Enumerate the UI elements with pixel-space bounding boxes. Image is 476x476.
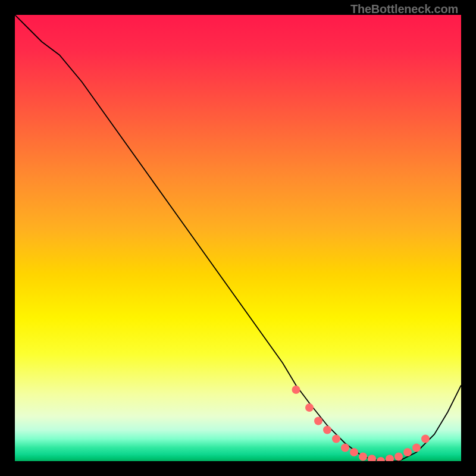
marker-layer xyxy=(292,386,430,461)
marker-dot xyxy=(377,457,385,461)
marker-dot xyxy=(403,448,412,456)
marker-dot xyxy=(350,448,358,456)
marker-dot xyxy=(368,455,376,461)
chart-frame: TheBottleneck.com xyxy=(0,0,476,476)
watermark-text: TheBottleneck.com xyxy=(350,2,458,16)
bottleneck-curve xyxy=(15,15,461,461)
marker-dot xyxy=(421,435,430,443)
marker-dot xyxy=(341,444,349,452)
marker-dot xyxy=(359,453,367,461)
marker-dot xyxy=(305,403,314,412)
marker-dot xyxy=(314,417,322,425)
marker-dot xyxy=(323,426,331,434)
marker-dot xyxy=(332,435,340,443)
curve-layer xyxy=(15,15,461,461)
marker-dot xyxy=(292,386,300,394)
marker-dot xyxy=(412,444,421,452)
plot-area xyxy=(15,15,461,461)
marker-dot xyxy=(386,455,394,461)
chart-svg xyxy=(15,15,461,461)
marker-dot xyxy=(394,453,403,461)
